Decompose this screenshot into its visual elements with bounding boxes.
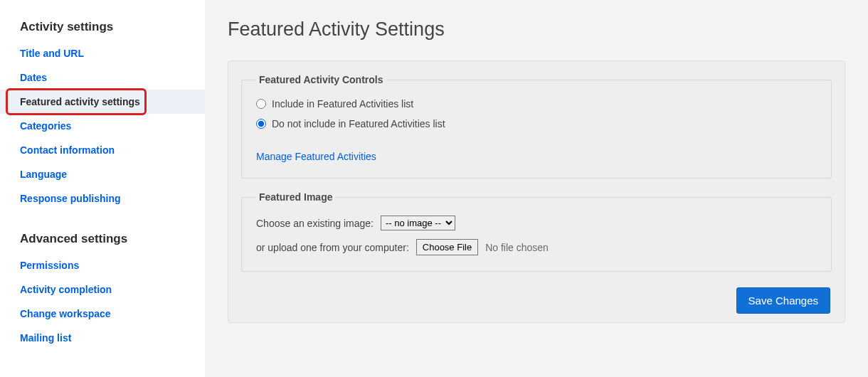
main-content: Featured Activity Settings Featured Acti…	[205, 0, 868, 377]
sidebar-item-dates[interactable]: Dates	[0, 65, 205, 90]
settings-panel: Featured Activity Controls Include in Fe…	[228, 60, 845, 323]
sidebar-item-featured-activity[interactable]: Featured activity settings	[0, 90, 205, 114]
choose-existing-label: Choose an existing image:	[256, 218, 374, 229]
upload-image-row: or upload one from your computer: Choose…	[256, 239, 817, 255]
page-title: Featured Activity Settings	[228, 18, 845, 41]
exclude-radio[interactable]	[256, 119, 266, 129]
sidebar-item-mailing-list[interactable]: Mailing list	[0, 326, 205, 350]
sidebar-activity-nav: Title and URL Dates Featured activity se…	[0, 41, 205, 211]
existing-image-select[interactable]: -- no image --	[381, 216, 455, 230]
sidebar-item-response-publishing[interactable]: Response publishing	[0, 186, 205, 211]
sidebar-item-language[interactable]: Language	[0, 162, 205, 186]
sidebar-heading-activity: Activity settings	[0, 20, 205, 41]
include-option-row[interactable]: Include in Featured Activities list	[256, 98, 817, 110]
sidebar-advanced-nav: Permissions Activity completion Change w…	[0, 253, 205, 350]
or-upload-label: or upload one from your computer:	[256, 242, 409, 253]
sidebar-item-title-url[interactable]: Title and URL	[0, 41, 205, 65]
sidebar-item-categories[interactable]: Categories	[0, 114, 205, 138]
save-changes-button[interactable]: Save Changes	[736, 287, 830, 314]
settings-sidebar: Activity settings Title and URL Dates Fe…	[0, 0, 205, 377]
include-radio-label: Include in Featured Activities list	[272, 98, 413, 110]
sidebar-heading-advanced: Advanced settings	[0, 211, 205, 253]
existing-image-row: Choose an existing image: -- no image --	[256, 216, 817, 230]
featured-controls-group: Featured Activity Controls Include in Fe…	[241, 74, 832, 179]
sidebar-item-activity-completion[interactable]: Activity completion	[0, 277, 205, 302]
sidebar-item-change-workspace[interactable]: Change workspace	[0, 302, 205, 326]
featured-image-legend: Featured Image	[256, 191, 335, 203]
choose-file-button[interactable]: Choose File	[416, 239, 478, 255]
sidebar-item-permissions[interactable]: Permissions	[0, 253, 205, 277]
featured-controls-legend: Featured Activity Controls	[256, 74, 386, 85]
file-chosen-status: No file chosen	[485, 242, 549, 253]
exclude-radio-label: Do not include in Featured Activities li…	[272, 118, 445, 129]
manage-featured-link[interactable]: Manage Featured Activities	[256, 151, 376, 162]
featured-image-group: Featured Image Choose an existing image:…	[241, 191, 832, 272]
include-radio[interactable]	[256, 99, 266, 109]
exclude-option-row[interactable]: Do not include in Featured Activities li…	[256, 118, 817, 129]
save-row: Save Changes	[241, 287, 832, 314]
sidebar-item-contact-info[interactable]: Contact information	[0, 138, 205, 162]
